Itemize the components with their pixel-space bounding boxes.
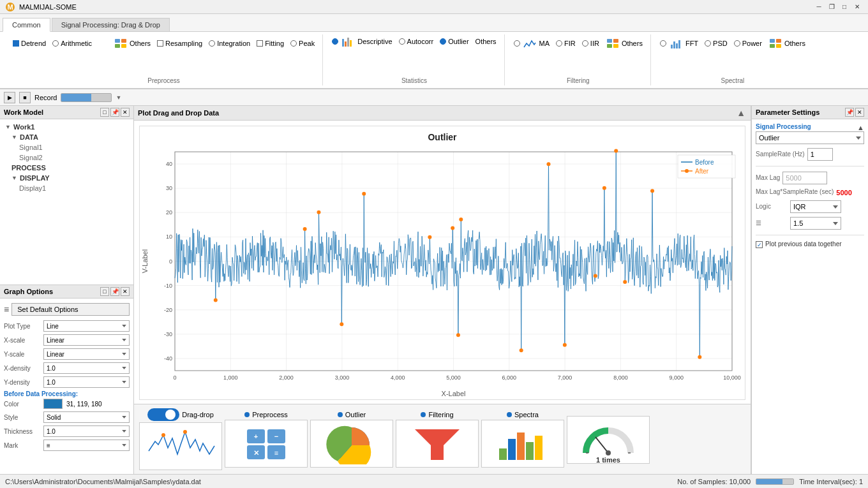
- thumb-outlier[interactable]: Outlier: [310, 411, 393, 468]
- arithmetic-radio[interactable]: [52, 40, 59, 47]
- collapse-chart-arrow[interactable]: ▲: [735, 108, 747, 118]
- mark-select[interactable]: ≡: [43, 440, 130, 451]
- ribbon-item-fitting[interactable]: Fitting: [254, 36, 287, 51]
- ribbon-item-others-preprocess[interactable]: Others: [111, 36, 153, 51]
- integration-radio[interactable]: [209, 40, 215, 47]
- style-select[interactable]: Solid: [43, 411, 130, 423]
- status-progress-bar: [756, 478, 794, 485]
- gauge-thumb[interactable]: 1 times: [567, 416, 650, 464]
- left-full-panel: Work Model □ 📌 ✕ ▼ Work1 ▼ DATA Signal1: [0, 106, 134, 474]
- minimize-button[interactable]: ─: [813, 1, 825, 13]
- max-lag-input[interactable]: [782, 172, 827, 184]
- ribbon-item-integration[interactable]: Integration: [206, 36, 253, 51]
- autocorr-radio[interactable]: [399, 38, 405, 45]
- preprocess-thumb[interactable]: + − ✕ ≡: [225, 420, 308, 468]
- stop-button[interactable]: ■: [19, 92, 31, 103]
- thumb-filtering[interactable]: Filtering: [396, 411, 479, 468]
- svg-point-22: [161, 433, 165, 437]
- set-default-button[interactable]: Set Default Options: [11, 303, 130, 316]
- tab-signal-processing[interactable]: Signal Processing: Drag & Drop: [52, 18, 170, 31]
- record-dropdown-arrow[interactable]: ▼: [116, 94, 121, 101]
- plot-prev-checkbox[interactable]: [756, 241, 763, 248]
- tree-item-work1[interactable]: ▼ Work1: [3, 122, 131, 132]
- detrend-checkbox[interactable]: [13, 40, 19, 47]
- thumbnails-bar: Drag-drop Preprocess: [134, 404, 751, 474]
- drag-drop-toggle[interactable]: [147, 408, 179, 421]
- ribbon-item-fir[interactable]: FIR: [553, 36, 578, 51]
- descriptive-radio[interactable]: [332, 38, 338, 45]
- power-radio[interactable]: [734, 40, 740, 47]
- outlier-thumb[interactable]: [310, 420, 393, 468]
- drag-drop-toggle-knob: [165, 410, 176, 420]
- ribbon-item-psd[interactable]: PSD: [702, 36, 730, 51]
- param-close-btn[interactable]: ✕: [855, 108, 864, 117]
- tree-item-process[interactable]: PROCESS: [3, 163, 131, 173]
- tab-common[interactable]: Common: [3, 18, 50, 32]
- play-button[interactable]: ▶: [4, 92, 15, 103]
- thumb-preprocess[interactable]: Preprocess + − ✕ ≡: [225, 411, 308, 468]
- thumb-gauge[interactable]: 1 times: [567, 415, 650, 464]
- work-model-pin-btn[interactable]: 📌: [110, 108, 119, 117]
- ribbon-item-descriptive[interactable]: Descriptive: [329, 36, 394, 47]
- ribbon-item-iir[interactable]: IIR: [580, 36, 602, 51]
- work-model-restore-btn[interactable]: □: [100, 108, 109, 117]
- ribbon-item-arithmetic[interactable]: Arithmetic: [50, 36, 94, 51]
- ma-radio[interactable]: [514, 40, 520, 47]
- fitting-checkbox[interactable]: [257, 40, 263, 47]
- param-pin-btn[interactable]: 📌: [845, 108, 854, 117]
- maximize-button[interactable]: □: [839, 1, 850, 13]
- thickness-select[interactable]: 1.0: [43, 425, 130, 437]
- spectral-group-label: Spectral: [657, 76, 808, 84]
- y-density-select[interactable]: 1.0: [43, 376, 130, 388]
- ribbon-item-others-spectral[interactable]: Others: [766, 36, 808, 51]
- thumb-drag-drop[interactable]: Drag-drop: [139, 408, 222, 470]
- ribbon-item-power[interactable]: Power: [731, 36, 765, 51]
- tree-item-signal2[interactable]: Signal2: [3, 152, 131, 163]
- svg-rect-9: [350, 40, 352, 47]
- color-swatch[interactable]: [43, 399, 63, 409]
- outlier-dot: [338, 412, 343, 417]
- ribbon-item-others-stats[interactable]: Others: [473, 36, 499, 47]
- ribbon-item-fft[interactable]: FFT: [657, 36, 701, 51]
- ribbon-item-resampling[interactable]: Resampling: [154, 36, 205, 51]
- tree-item-display1[interactable]: Display1: [3, 183, 131, 193]
- psd-radio[interactable]: [705, 40, 711, 47]
- right-panel: Parameter Settings 📌 ✕ Signal Processing…: [751, 106, 868, 474]
- fft-radio[interactable]: [660, 40, 666, 47]
- work-model-close-btn[interactable]: ✕: [121, 108, 130, 117]
- outlier-radio[interactable]: [440, 38, 446, 45]
- resampling-checkbox[interactable]: [157, 40, 163, 47]
- ribbon-item-ma[interactable]: MA: [511, 36, 553, 51]
- restore-button[interactable]: ❐: [826, 1, 837, 13]
- graph-options-close-btn[interactable]: ✕: [121, 287, 130, 296]
- tree-item-signal1[interactable]: Signal1: [3, 142, 131, 152]
- collapse-param-arrow[interactable]: ▲: [857, 124, 864, 131]
- drag-drop-thumb[interactable]: [139, 422, 222, 470]
- spectra-thumb[interactable]: [481, 420, 564, 468]
- logic-select[interactable]: IQR: [790, 200, 841, 213]
- plot-type-select[interactable]: Line: [43, 320, 130, 332]
- ribbon-item-detrend[interactable]: Detrend: [10, 36, 49, 51]
- ribbon-item-others-filtering[interactable]: Others: [603, 36, 645, 51]
- tree-item-data[interactable]: ▼ DATA: [3, 132, 131, 142]
- sample-rate-input[interactable]: [807, 148, 833, 161]
- x-density-select[interactable]: 1.0: [43, 362, 130, 374]
- tree-item-display[interactable]: ▼ DISPLAY: [3, 173, 131, 183]
- svg-rect-14: [671, 45, 673, 48]
- filtering-thumb[interactable]: [396, 420, 479, 468]
- iir-radio[interactable]: [582, 40, 588, 47]
- ribbon-item-autocorr[interactable]: Autocorr: [396, 36, 437, 47]
- peak-radio[interactable]: [290, 40, 297, 47]
- x-scale-select[interactable]: Linear: [43, 334, 130, 346]
- svg-text:−: −: [274, 433, 278, 440]
- graph-options-restore-btn[interactable]: □: [100, 287, 109, 296]
- signal-processing-select[interactable]: Outlier: [756, 131, 864, 144]
- ribbon-item-outlier[interactable]: Outlier: [437, 36, 471, 47]
- close-button[interactable]: ✕: [851, 1, 863, 13]
- fir-radio[interactable]: [556, 40, 562, 47]
- ribbon-item-peak[interactable]: Peak: [288, 36, 317, 51]
- y-scale-select[interactable]: Linear: [43, 348, 130, 360]
- thumb-spectra[interactable]: Spectra: [481, 411, 564, 468]
- graph-options-pin-btn[interactable]: 📌: [110, 287, 119, 296]
- threshold-select[interactable]: 1.5: [790, 217, 841, 230]
